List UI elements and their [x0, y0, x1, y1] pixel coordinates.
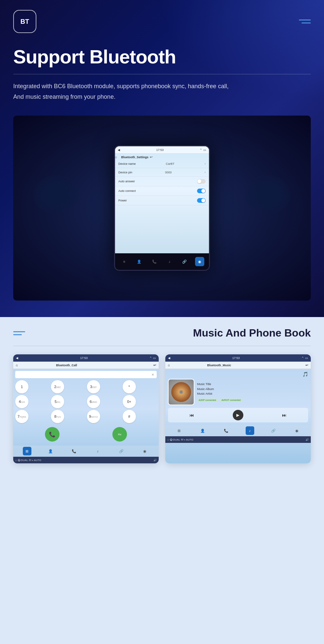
redial-button[interactable]: Re	[112, 427, 127, 442]
album-disc	[171, 382, 191, 402]
dial-9[interactable]: 9WXYZ	[87, 410, 100, 423]
dial-x-icon[interactable]: ✕	[151, 373, 154, 376]
dial-input[interactable]: ✕	[15, 371, 157, 378]
bottom-section-title: Music And Phone Book	[193, 327, 311, 339]
tb-grid-icon[interactable]: ≡	[120, 257, 129, 266]
power-label: Power	[118, 199, 127, 202]
device-name-row[interactable]: Device name CarBT ›	[115, 160, 209, 168]
home-icon: ⌂	[115, 155, 117, 159]
hamburger-line-2	[302, 22, 311, 23]
tb-music-icon[interactable]: ♪	[165, 257, 174, 266]
tablet-bottom-bar: ≡ 👤 📞 ♪ 🔗 ◉	[115, 253, 209, 270]
call-status-bar: ⌂ ⏻ DUAL ❄ ⇌ AUTO 🔊	[13, 457, 159, 463]
dial-8[interactable]: 8TUV	[51, 410, 64, 423]
dial-6[interactable]: 6MNO	[87, 395, 100, 408]
bottom-header: Music And Phone Book	[13, 327, 311, 339]
music-info: Music Title Music Album Music Artist A2D…	[197, 382, 308, 402]
music-status-bar: ⌂ ⏻ DUAL ❄ ⇌ AUTO 🔊	[165, 436, 311, 443]
music-user-icon[interactable]: 👤	[198, 426, 207, 435]
dial-star[interactable]: *	[123, 380, 136, 393]
music-note-nav-icon[interactable]: ♪	[246, 426, 254, 435]
dial-0[interactable]: 0+	[123, 395, 136, 408]
device-name-value: CarBT	[166, 162, 175, 165]
music-circle-icon[interactable]: ◉	[293, 426, 301, 435]
car-image: ◀ 17:53 ⌃ ▭ ⌂ Bluetooth_Settings ↩ Devic…	[13, 116, 311, 301]
header: BT	[0, 10, 324, 33]
music-status-icons: ⌃ ▭	[302, 356, 308, 360]
music-grid-icon[interactable]: ⊞	[175, 426, 183, 435]
chevron-icon-2: ›	[205, 170, 206, 174]
auto-connect-toggle[interactable]	[197, 189, 206, 193]
call-link-icon[interactable]: 🔗	[117, 447, 126, 455]
page-title: Support Bluetooth	[13, 46, 311, 67]
auto-connect-row[interactable]: Auto connect	[115, 186, 209, 196]
music-content: Music Title Music Album Music Artist A2D…	[168, 379, 308, 405]
menu-button[interactable]	[299, 19, 311, 23]
call-back-icon: ↩	[153, 363, 156, 367]
music-title: Music Title	[197, 382, 308, 386]
dial-1[interactable]: 1	[15, 380, 28, 393]
music-back-icon: ↩	[305, 363, 308, 367]
dial-5[interactable]: 5JKL	[51, 395, 64, 408]
music-player: 🎵 Music Title Music Album Music Artist A…	[165, 369, 311, 425]
chevron-icon: ›	[205, 162, 206, 165]
tablet-time: 17:53	[156, 148, 164, 152]
music-back-arrow: ◀	[168, 356, 170, 360]
tablet-frame: ◀ 17:53 ⌃ ▭ ⌂ Bluetooth_Settings ↩ Devic…	[114, 145, 210, 271]
dial-4[interactable]: 4GHI	[15, 395, 28, 408]
album-art	[168, 379, 194, 405]
music-topbar: ◀ 17:53 ⌃ ▭	[165, 354, 311, 362]
bt-settings-title: Bluetooth_Settings	[121, 156, 149, 159]
next-button[interactable]: ⏭	[282, 412, 287, 418]
dial-grid: 1 2ABC 3DEF * 4GHI 5JKL 6MNO 0+ 7PQRS 8T…	[15, 380, 157, 423]
vent-right	[245, 175, 291, 215]
bottom-section: Music And Phone Book ◀ 17:53 ⌃ ▭ ⌂ Bluet…	[0, 317, 324, 644]
tb-camera-icon[interactable]: ◉	[195, 257, 204, 266]
dial-pad: ✕ 1 2ABC 3DEF * 4GHI 5JKL 6MNO 0+ 7PQRS …	[13, 369, 159, 446]
call-back-arrow: ◀	[16, 356, 18, 360]
bottom-ham-line-2	[13, 334, 22, 335]
music-home-bar: ⌂ Bluetooth_Music ↩	[165, 362, 311, 369]
dial-actions: 📞 Re	[15, 425, 157, 444]
auto-answer-row[interactable]: Auto answer	[115, 177, 209, 186]
auto-answer-toggle[interactable]	[197, 179, 206, 184]
device-pin-row[interactable]: Device pin 0000 ›	[115, 168, 209, 177]
tb-user-icon[interactable]: 👤	[135, 257, 144, 266]
dial-3[interactable]: 3DEF	[87, 380, 100, 393]
music-note-icon: 🎵	[168, 372, 308, 377]
call-button[interactable]: 📞	[45, 427, 60, 442]
bottom-divider	[13, 346, 311, 346]
call-screen-card: ◀ 17:53 ⌃ ▭ ⌂ Bluetooth_Call ↩ ✕ 1 2ABC …	[13, 354, 159, 463]
music-album: Music Album	[197, 387, 308, 391]
dial-hash[interactable]: #	[123, 410, 136, 423]
device-pin-label: Device pin	[118, 171, 132, 174]
divider	[13, 74, 311, 74]
tablet-status-bar: ◀ 17:53 ⌃ ▭	[115, 146, 209, 154]
power-row[interactable]: Power	[115, 196, 209, 205]
music-page-title: Bluetooth_Music	[207, 364, 231, 367]
power-toggle[interactable]	[197, 198, 206, 203]
disc-center	[180, 390, 183, 394]
car-section: ◀ 17:53 ⌃ ▭ ⌂ Bluetooth_Settings ↩ Devic…	[0, 116, 324, 301]
call-status-left: ⌂ ⏻ DUAL ❄ ⇌ AUTO	[15, 459, 41, 462]
call-music-icon[interactable]: ♪	[94, 447, 102, 455]
subtitle-line-1: Integrated with BC6 Bluetooth module, su…	[13, 81, 311, 91]
music-phone-icon[interactable]: 📞	[222, 426, 230, 435]
call-circle-icon[interactable]: ◉	[141, 447, 149, 455]
music-link-icon[interactable]: 🔗	[269, 426, 278, 435]
tb-link-icon[interactable]: 🔗	[180, 257, 189, 266]
prev-button[interactable]: ⏮	[189, 412, 194, 418]
device-name-label: Device name	[118, 162, 136, 165]
call-user-icon[interactable]: 👤	[46, 447, 55, 455]
call-grid-icon[interactable]: ⊞	[23, 447, 31, 455]
call-status-icons: ⌃ ▭	[149, 356, 156, 360]
a2dp-badge: A2DP connected	[197, 399, 218, 402]
tb-phone-icon[interactable]: 📞	[150, 257, 159, 266]
bottom-menu-button[interactable]	[13, 331, 25, 335]
hero-section: BT Support Bluetooth Integrated with BC6…	[0, 0, 324, 317]
call-phone-icon[interactable]: 📞	[70, 447, 78, 455]
play-button[interactable]: ▶	[233, 410, 243, 420]
dial-7[interactable]: 7PQRS	[15, 410, 28, 423]
music-time: 17:53	[232, 356, 240, 360]
dial-2[interactable]: 2ABC	[51, 380, 64, 393]
